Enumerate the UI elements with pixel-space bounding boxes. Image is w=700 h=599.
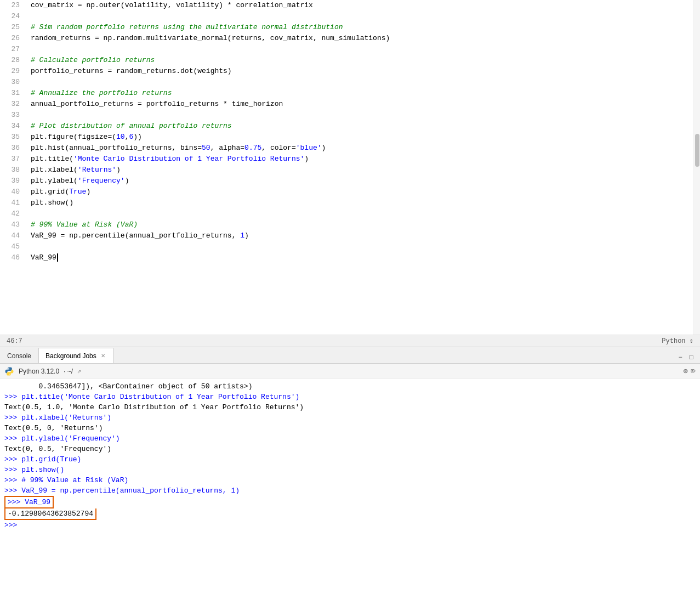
console-line: >>> plt.title('Monte Carlo Distribution … [4,392,696,402]
code-content[interactable]: cov_matrix = np.outer(volatility, volati… [26,0,693,335]
line-number: 23 [0,0,20,11]
line-number: 42 [0,208,20,219]
console-line: >>> VaR_99 = np.percentile(annual_portfo… [4,485,696,496]
line-number: 37 [0,154,20,165]
code-line [31,110,693,121]
code-line: # Annualize the portfolio returns [31,88,693,99]
code-line: # Calculate portfolio returns [31,55,693,66]
editor-scrollbar-thumb[interactable] [695,134,699,167]
language-indicator[interactable]: Python ⇕ [662,337,693,345]
code-line: plt.figure(figsize=(10,6)) [31,132,693,143]
line-number: 36 [0,143,20,154]
code-line [31,77,693,88]
code-line: plt.hist(annual_portfolio_returns, bins=… [31,143,693,154]
console-line: >>> VaR_99 [4,496,696,508]
code-line: plt.grid(True) [31,187,693,197]
line-number: 40 [0,187,20,197]
line-number: 25 [0,22,20,33]
console-line: 0.34653647]), <BarContainer object of 50… [4,381,696,392]
minimize-panel-button[interactable]: − [676,353,685,362]
tab-bar-right: − □ [676,353,700,363]
tab-console-label: Console [7,352,31,360]
line-number: 28 [0,55,20,66]
cursor [57,253,58,262]
line-number: 26 [0,33,20,44]
code-line: # Sim random portfolio returns using the… [31,22,693,33]
code-line [31,241,693,252]
console-line: -0.12980643623852794 [4,508,696,520]
status-bar: 46:7 Python ⇕ [0,335,700,347]
code-line: annual_portfolio_returns = portfolio_ret… [31,99,693,110]
code-line: portfolio_returns = random_returns.dot(w… [31,66,693,77]
code-line: # 99% Value at Risk (VaR) [31,219,693,230]
code-line: plt.ylabel('Frequency') [31,176,693,187]
svg-point-0 [8,368,9,369]
console-header-bar: Python 3.12.0 · ~/ ⇗ ⊗ ⌦ [0,364,700,379]
code-line: VaR_99 = np.percentile(annual_portfolio_… [31,230,693,241]
line-number: 46 [0,252,20,263]
line-number: 31 [0,88,20,99]
svg-point-1 [9,374,10,375]
code-container: 2324252627282930313233343536373839404142… [0,0,700,335]
console-line: >>> plt.ylabel('Frequency') [4,433,696,444]
console-line: >>> plt.show() [4,465,696,475]
console-line: >>> plt.xlabel('Returns') [4,412,696,423]
code-line [31,44,693,55]
line-number: 33 [0,110,20,121]
console-line: >>> plt.grid(True) [4,454,696,465]
line-number: 45 [0,241,20,252]
code-line: plt.show() [31,197,693,208]
status-left: 46:7 [7,337,22,345]
console-line: >>> [4,520,696,530]
code-line: # Plot distribution of annual portfolio … [31,121,693,132]
console-line: >>> # 99% Value at Risk (VaR) [4,475,696,485]
line-number: 34 [0,121,20,132]
line-number: 29 [0,66,20,77]
console-output[interactable]: 0.34653647]), <BarContainer object of 50… [0,379,700,599]
highlighted-result-block: -0.12980643623852794 [4,508,96,520]
line-number: 44 [0,230,20,241]
tab-bar: Console Background Jobs ✕ − □ [0,347,700,364]
console-link-icon[interactable]: ⇗ [77,367,81,375]
code-line: VaR_99 [31,252,693,263]
highlighted-prompt-block: >>> VaR_99 [4,496,54,508]
console-line: Text(0, 0.5, 'Frequency') [4,444,696,454]
python-version-label: Python 3.12.0 [19,368,59,375]
code-line: plt.xlabel('Returns') [31,165,693,176]
code-line: cov_matrix = np.outer(volatility, volati… [31,0,693,11]
console-path-label: · ~/ [64,368,73,375]
cursor-position: 46:7 [7,337,22,345]
maximize-panel-button[interactable]: □ [687,353,696,362]
code-line [31,11,693,22]
code-line: random_returns = np.random.multivariate_… [31,33,693,44]
console-area: Python 3.12.0 · ~/ ⇗ ⊗ ⌦ 0.34653647]), <… [0,364,700,599]
line-numbers: 2324252627282930313233343536373839404142… [0,0,26,335]
code-line: plt.title('Monte Carlo Distribution of 1… [31,154,693,165]
line-number: 39 [0,176,20,187]
editor-scrollbar[interactable] [693,0,700,335]
console-clear-button[interactable]: ⌦ [691,366,696,376]
line-number: 27 [0,44,20,55]
line-number: 41 [0,197,20,208]
console-header-right: ⊗ ⌦ [683,366,696,376]
console-line: Text(0.5, 1.0, 'Monte Carlo Distribution… [4,402,696,412]
line-number: 43 [0,219,20,230]
bottom-panel: Console Background Jobs ✕ − □ Python 3.1… [0,347,700,599]
tab-background-jobs[interactable]: Background Jobs ✕ [38,348,113,363]
code-line [31,208,693,219]
status-right: Python ⇕ [662,337,693,345]
editor-area: 2324252627282930313233343536373839404142… [0,0,700,335]
line-number: 24 [0,11,20,22]
tab-console[interactable]: Console [0,348,38,363]
line-number: 32 [0,99,20,110]
console-line: Text(0.5, 0, 'Returns') [4,423,696,433]
python-logo-icon [4,366,14,376]
line-number: 38 [0,165,20,176]
line-number: 30 [0,77,20,88]
console-stop-button[interactable]: ⊗ [683,366,687,376]
line-number: 35 [0,132,20,143]
tab-background-jobs-close[interactable]: ✕ [100,352,106,359]
tab-background-jobs-label: Background Jobs [45,352,96,360]
